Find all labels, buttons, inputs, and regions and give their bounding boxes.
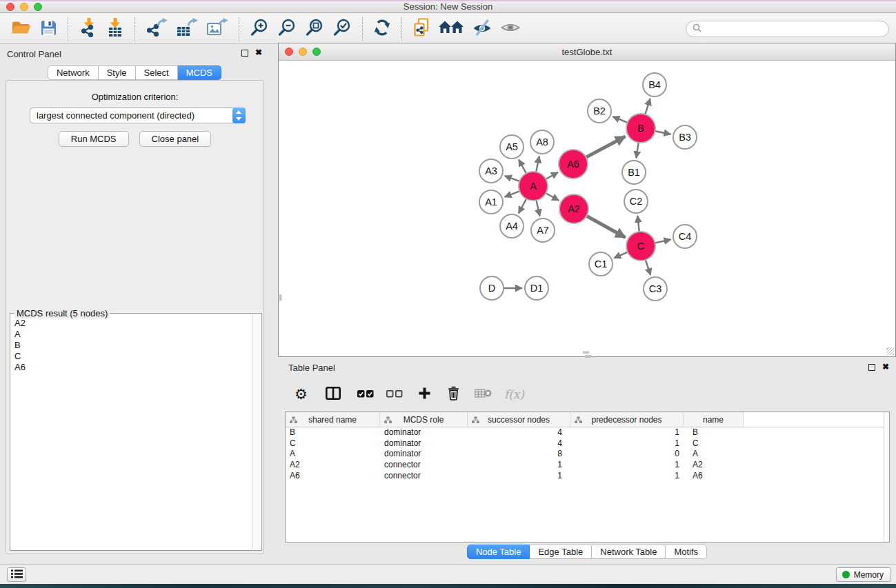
edge-A-A7[interactable] (536, 199, 539, 216)
tab-select[interactable]: Select (136, 65, 178, 80)
node-A[interactable]: A (519, 172, 548, 201)
show-view-button[interactable] (501, 17, 520, 41)
deselect-all-columns-button[interactable] (386, 389, 403, 400)
delete-table-button[interactable] (475, 388, 492, 401)
duplicate-network-button[interactable] (412, 17, 430, 41)
edge-A-A2[interactable] (545, 192, 559, 200)
node-A4[interactable]: A4 (500, 214, 524, 238)
canvas-scroll-indicator[interactable] (583, 352, 589, 354)
node-B3[interactable]: B3 (673, 125, 697, 149)
table-row[interactable]: A2connector11A2 (286, 460, 889, 471)
zoom-out-button[interactable] (277, 17, 297, 41)
zoom-in-button[interactable] (250, 17, 269, 41)
edge-A-A1[interactable] (505, 191, 521, 197)
select-all-columns-button[interactable] (357, 389, 374, 400)
tab-node-table[interactable]: Node Table (467, 545, 530, 559)
node-C3[interactable]: C3 (644, 277, 667, 301)
node-C4[interactable]: C4 (673, 225, 697, 248)
node-A2[interactable]: A2 (559, 194, 588, 223)
edge-C-C3[interactable] (645, 258, 650, 275)
task-history-button[interactable] (7, 567, 26, 582)
open-file-button[interactable] (11, 17, 32, 41)
search-box[interactable] (686, 21, 889, 37)
node-A8[interactable]: A8 (530, 130, 554, 154)
close-panel-button[interactable]: Close panel (139, 131, 212, 147)
result-scrollbar[interactable] (252, 314, 261, 549)
edge-C-C4[interactable] (654, 240, 671, 243)
zoom-fit-button[interactable] (305, 17, 324, 41)
resize-grip[interactable] (886, 347, 894, 355)
maximize-window-button[interactable] (34, 3, 42, 11)
network-canvas[interactable]: AA1A2A3A4A5A6A7A8BB1B2B3B4CC1C2C3C4DD1 (279, 61, 895, 356)
hide-view-button[interactable] (472, 17, 492, 41)
node-B1[interactable]: B1 (622, 161, 646, 184)
edge-B-B3[interactable] (654, 131, 671, 134)
tab-network-table[interactable]: Network Table (592, 545, 666, 559)
edge-A-A5[interactable] (519, 160, 527, 175)
edge-A6-B[interactable] (585, 136, 626, 158)
node-C1[interactable]: C1 (589, 252, 613, 276)
column-header-name[interactable]: name (684, 412, 744, 427)
edge-C-C1[interactable] (614, 252, 628, 258)
result-item[interactable]: B (14, 340, 261, 351)
close-panel-icon[interactable]: ✖ (255, 49, 262, 57)
result-item[interactable]: A6 (14, 362, 261, 373)
edge-A-A4[interactable] (519, 198, 527, 214)
close-table-panel-icon[interactable]: ✖ (882, 363, 889, 371)
tab-motifs[interactable]: Motifs (666, 545, 707, 559)
network-minimize-button[interactable] (299, 48, 307, 56)
column-header-shared-name[interactable]: shared name (286, 412, 380, 427)
export-image-button[interactable] (206, 17, 228, 41)
node-D1[interactable]: D1 (525, 276, 548, 300)
column-header-predecessor-nodes[interactable]: predecessor nodes (570, 412, 684, 427)
node-C[interactable]: C (626, 232, 655, 261)
node-B4[interactable]: B4 (643, 73, 666, 97)
edge-A-A8[interactable] (536, 156, 539, 174)
float-panel-icon[interactable] (241, 50, 248, 57)
table-row[interactable]: Bdominator41B (286, 427, 889, 438)
edge-A-A6[interactable] (545, 172, 558, 180)
node-A6[interactable]: A6 (559, 150, 588, 179)
import-table-button[interactable] (106, 17, 124, 41)
node-A5[interactable]: A5 (500, 135, 524, 159)
criterion-dropdown[interactable]: largest connected component (directed) (30, 108, 246, 123)
result-item[interactable]: A (14, 329, 261, 340)
add-column-button[interactable] (418, 387, 431, 402)
tab-network[interactable]: Network (48, 65, 99, 80)
result-item[interactable]: A2 (14, 318, 261, 329)
memory-button[interactable]: Memory (836, 567, 891, 582)
table-scrollbar[interactable] (884, 412, 889, 542)
export-table-button[interactable] (176, 17, 198, 41)
table-row[interactable]: Adominator80A (286, 449, 889, 460)
edge-A-A3[interactable] (505, 176, 521, 181)
node-D[interactable]: D (480, 276, 504, 300)
delete-column-button[interactable] (448, 386, 459, 403)
column-header-mcds-role[interactable]: MCDS role (380, 412, 468, 427)
edge-B-B4[interactable] (645, 99, 650, 116)
node-A7[interactable]: A7 (531, 219, 555, 242)
run-mcds-button[interactable]: Run MCDS (59, 131, 129, 147)
refresh-layout-button[interactable] (373, 17, 391, 41)
function-builder-button[interactable]: f(x) (504, 387, 524, 401)
search-input[interactable] (706, 23, 882, 34)
network-maximize-button[interactable] (312, 48, 321, 56)
toggle-columns-button[interactable] (326, 387, 341, 402)
network-graph[interactable]: AA1A2A3A4A5A6A7A8BB1B2B3B4CC1C2C3C4DD1 (279, 61, 895, 356)
node-A1[interactable]: A1 (479, 190, 503, 214)
node-B[interactable]: B (626, 114, 655, 143)
tab-style[interactable]: Style (99, 65, 136, 80)
float-table-panel-icon[interactable] (868, 364, 875, 371)
home-views-button[interactable] (439, 17, 464, 41)
export-network-button[interactable] (146, 17, 168, 41)
close-window-button[interactable] (6, 3, 14, 11)
canvas-scroll-indicator[interactable] (279, 294, 282, 301)
result-item[interactable]: C (14, 351, 261, 362)
save-session-button[interactable] (40, 17, 57, 41)
tab-edge-table[interactable]: Edge Table (530, 545, 592, 559)
node-C2[interactable]: C2 (624, 190, 648, 213)
table-row[interactable]: Cdominator41C (286, 438, 889, 449)
network-close-button[interactable] (285, 48, 293, 56)
tab-mcds[interactable]: MCDS (178, 65, 221, 80)
edge-A2-C[interactable] (586, 215, 626, 237)
zoom-selected-button[interactable] (332, 17, 352, 41)
